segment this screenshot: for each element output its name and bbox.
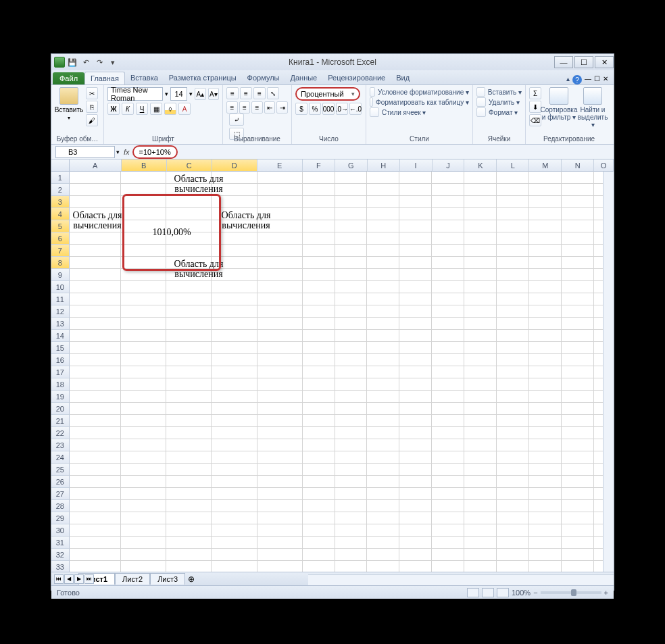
- cell[interactable]: [257, 305, 303, 318]
- cell[interactable]: [367, 220, 399, 232]
- column-header[interactable]: E: [257, 159, 303, 172]
- cell[interactable]: [562, 330, 594, 342]
- cell[interactable]: [562, 549, 594, 561]
- cell[interactable]: [464, 366, 497, 378]
- cell[interactable]: [399, 245, 432, 257]
- underline-icon[interactable]: Ч: [136, 103, 148, 115]
- row-header[interactable]: 9: [51, 269, 70, 281]
- cell[interactable]: [432, 415, 464, 427]
- cell[interactable]: [367, 305, 399, 318]
- cell[interactable]: [212, 464, 257, 476]
- cell[interactable]: [335, 488, 368, 500]
- cell[interactable]: [303, 220, 335, 232]
- cell[interactable]: [432, 330, 464, 342]
- cell[interactable]: [432, 366, 464, 378]
- cell[interactable]: [335, 281, 368, 293]
- bold-icon[interactable]: Ж: [107, 103, 120, 115]
- cell[interactable]: [257, 366, 303, 378]
- cell[interactable]: [529, 500, 562, 512]
- cell[interactable]: [497, 561, 529, 572]
- cell[interactable]: [121, 439, 166, 451]
- cell[interactable]: [497, 330, 529, 342]
- cell[interactable]: [464, 184, 497, 196]
- cell[interactable]: [212, 537, 257, 549]
- cell[interactable]: [432, 208, 464, 220]
- row-header[interactable]: 2: [51, 184, 70, 196]
- cell[interactable]: [399, 403, 432, 415]
- cell[interactable]: [399, 391, 432, 403]
- cell[interactable]: [497, 366, 529, 378]
- sheet-tab[interactable]: Лист3: [150, 573, 185, 585]
- cell[interactable]: [166, 500, 212, 512]
- cell[interactable]: [562, 561, 594, 572]
- currency-icon[interactable]: $: [295, 103, 307, 115]
- row-header[interactable]: 29: [51, 512, 70, 524]
- cell[interactable]: [399, 269, 432, 281]
- cell[interactable]: [464, 439, 497, 451]
- column-header[interactable]: I: [400, 159, 433, 172]
- cell[interactable]: [399, 366, 432, 378]
- paste-button[interactable]: Вставить ▾: [55, 87, 83, 142]
- cell[interactable]: [166, 464, 212, 476]
- cell[interactable]: [399, 439, 432, 451]
- cell[interactable]: [529, 549, 562, 561]
- page-break-view-icon[interactable]: [497, 588, 509, 597]
- cell[interactable]: [367, 451, 399, 464]
- cell[interactable]: [497, 391, 529, 403]
- cell[interactable]: [367, 415, 399, 427]
- cell[interactable]: [70, 488, 122, 500]
- cell[interactable]: [399, 464, 432, 476]
- cell[interactable]: [212, 378, 257, 391]
- cell[interactable]: [562, 512, 594, 524]
- cell[interactable]: [70, 561, 122, 572]
- cell[interactable]: [257, 378, 303, 391]
- cell[interactable]: [497, 305, 529, 318]
- cell[interactable]: [303, 184, 335, 196]
- row-header[interactable]: 18: [51, 378, 70, 391]
- cell[interactable]: [399, 427, 432, 439]
- row-header[interactable]: 4: [51, 208, 70, 220]
- tab-Формулы[interactable]: Формулы: [242, 72, 285, 84]
- cell[interactable]: [497, 208, 529, 220]
- cell[interactable]: [335, 403, 368, 415]
- cell[interactable]: [529, 184, 562, 196]
- cell[interactable]: [335, 451, 368, 464]
- cell[interactable]: [529, 439, 562, 451]
- row-header[interactable]: 32: [51, 549, 70, 561]
- cell[interactable]: [562, 232, 594, 245]
- border-icon[interactable]: ▦: [150, 103, 162, 115]
- cell[interactable]: [497, 512, 529, 524]
- cell[interactable]: [399, 257, 432, 269]
- file-tab[interactable]: Файл: [53, 72, 84, 84]
- cell[interactable]: [166, 342, 212, 354]
- cell[interactable]: [212, 549, 257, 561]
- cell[interactable]: [257, 427, 303, 439]
- row-header[interactable]: 27: [51, 488, 70, 500]
- cell[interactable]: [399, 342, 432, 354]
- cell[interactable]: [464, 269, 497, 281]
- cell[interactable]: [432, 391, 464, 403]
- cell[interactable]: [166, 549, 212, 561]
- cell[interactable]: [70, 476, 122, 488]
- cell[interactable]: [367, 293, 399, 305]
- cell[interactable]: [497, 464, 529, 476]
- cell[interactable]: [257, 403, 303, 415]
- row-header[interactable]: 30: [51, 524, 70, 537]
- cut-icon[interactable]: ✂: [86, 87, 98, 99]
- column-header[interactable]: F: [303, 159, 335, 172]
- cell[interactable]: [166, 439, 212, 451]
- cell[interactable]: [303, 524, 335, 537]
- cell[interactable]: [562, 354, 594, 366]
- cell[interactable]: [367, 561, 399, 572]
- cell[interactable]: [562, 257, 594, 269]
- cell[interactable]: [432, 232, 464, 245]
- cell[interactable]: [257, 561, 303, 572]
- row-header[interactable]: 3: [51, 196, 70, 208]
- cell[interactable]: [432, 512, 464, 524]
- cell[interactable]: [464, 391, 497, 403]
- cell[interactable]: [367, 354, 399, 366]
- cell[interactable]: [70, 354, 122, 366]
- cell[interactable]: [70, 293, 122, 305]
- cell[interactable]: [70, 366, 122, 378]
- horizontal-scrollbar[interactable]: [308, 574, 614, 585]
